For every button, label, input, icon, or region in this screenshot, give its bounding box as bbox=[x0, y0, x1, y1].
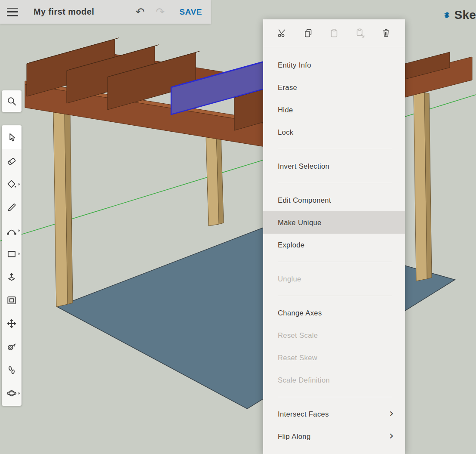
main-menu-button[interactable] bbox=[7, 8, 18, 16]
menu-item-label: Scale Definition bbox=[278, 376, 330, 384]
menu-item-unglue: Unglue bbox=[263, 268, 405, 290]
menu-separator bbox=[278, 397, 392, 397]
menu-item-label: Invert Selection bbox=[278, 162, 329, 170]
menu-item-erase[interactable]: Erase bbox=[263, 76, 405, 99]
green-axis-line bbox=[0, 160, 263, 241]
menu-item-reset-skew: Reset Skew bbox=[263, 346, 405, 369]
push-pull-tool-button[interactable] bbox=[2, 266, 21, 289]
eraser-icon bbox=[6, 155, 17, 167]
menu-item-label: Reset Skew bbox=[278, 354, 317, 362]
tape-measure-icon bbox=[6, 341, 17, 352]
sketchup-web-app: { "header": { "title": "My first model",… bbox=[0, 0, 476, 454]
brand-text: Ske bbox=[455, 8, 476, 22]
select-icon bbox=[6, 132, 17, 143]
line-tool-button[interactable] bbox=[2, 196, 21, 219]
menu-item-flip-along[interactable]: Flip Along › bbox=[263, 425, 405, 448]
move-icon bbox=[6, 318, 17, 329]
offset-icon bbox=[6, 295, 17, 306]
move-tool-button[interactable] bbox=[2, 312, 21, 335]
paste-icon bbox=[329, 28, 339, 38]
paste-button[interactable] bbox=[329, 28, 339, 38]
menu-item-hide[interactable]: Hide bbox=[263, 99, 405, 121]
rectangle-icon bbox=[6, 248, 17, 259]
menu-item-entity-info[interactable]: Entity Info bbox=[263, 54, 405, 76]
save-button[interactable]: SAVE bbox=[179, 7, 202, 17]
menu-item-label: Reset Scale bbox=[278, 331, 318, 340]
menu-item-label: Edit Component bbox=[278, 196, 331, 204]
top-bar: My first model ↶ ↷ SAVE bbox=[0, 0, 211, 24]
menu-item-scale-definition: Scale Definition bbox=[263, 369, 405, 391]
center-post[interactable] bbox=[206, 136, 224, 226]
menu-item-edit-component[interactable]: Edit Component bbox=[263, 189, 405, 211]
walk-icon bbox=[6, 364, 17, 376]
select-tool-button[interactable] bbox=[2, 126, 21, 149]
submenu-chevron-icon: › bbox=[389, 429, 394, 442]
menu-item-label: Explode bbox=[278, 241, 304, 249]
menu-separator bbox=[278, 296, 392, 296]
search-icon bbox=[6, 96, 17, 107]
paste-in-place-button[interactable] bbox=[355, 28, 365, 38]
menu-item-label: Lock bbox=[278, 128, 293, 136]
menu-item-label: Hide bbox=[278, 106, 293, 114]
undo-icon: ↶ bbox=[135, 6, 144, 18]
orbit-icon bbox=[6, 388, 17, 399]
offset-tool-button[interactable] bbox=[2, 289, 21, 312]
menu-separator bbox=[278, 149, 392, 149]
eraser-tool-button[interactable] bbox=[2, 149, 21, 173]
trash-icon bbox=[381, 28, 391, 38]
orbit-tool-button[interactable] bbox=[2, 382, 21, 405]
menu-item-intersect-faces[interactable]: Intersect Faces › bbox=[263, 403, 405, 425]
brand: Ske bbox=[443, 6, 476, 24]
hamburger-icon bbox=[7, 8, 18, 9]
menu-item-label: Erase bbox=[278, 83, 297, 92]
context-menu: Entity Info Erase Hide Lock Invert Selec… bbox=[263, 19, 405, 454]
menu-item-label: Change Axes bbox=[278, 309, 322, 317]
copy-button[interactable] bbox=[303, 28, 313, 38]
delete-button[interactable] bbox=[381, 28, 391, 38]
tool-panel bbox=[2, 125, 21, 406]
menu-item-explode[interactable]: Explode bbox=[263, 234, 405, 256]
walk-tool-button[interactable] bbox=[2, 358, 21, 382]
submenu-chevron-icon: › bbox=[389, 407, 394, 420]
shapes-tool-button[interactable] bbox=[2, 242, 21, 266]
paint-icon bbox=[6, 179, 17, 190]
push-pull-icon bbox=[6, 272, 17, 283]
menu-separator bbox=[278, 183, 392, 183]
redo-button[interactable]: ↷ bbox=[156, 6, 165, 17]
left-post[interactable] bbox=[53, 111, 73, 307]
menu-separator bbox=[278, 262, 392, 262]
context-menu-action-row bbox=[263, 19, 405, 47]
menu-item-label: Unglue bbox=[278, 275, 301, 283]
sketchup-logo-icon bbox=[443, 6, 451, 24]
menu-item-change-axes[interactable]: Change Axes bbox=[263, 302, 405, 324]
pencil-icon bbox=[6, 202, 17, 213]
cut-icon bbox=[277, 28, 287, 38]
context-menu-list: Entity Info Erase Hide Lock Invert Selec… bbox=[263, 47, 405, 448]
menu-item-label: Make Unique bbox=[278, 219, 322, 227]
menu-item-invert-selection[interactable]: Invert Selection bbox=[263, 155, 405, 177]
arc-tool-button[interactable] bbox=[2, 219, 21, 242]
arc-icon bbox=[6, 225, 17, 236]
redo-icon: ↷ bbox=[156, 6, 165, 18]
paint-tool-button[interactable] bbox=[2, 173, 21, 196]
right-post[interactable] bbox=[414, 93, 432, 281]
menu-item-label: Entity Info bbox=[278, 61, 311, 69]
copy-icon bbox=[303, 28, 313, 38]
menu-item-label: Intersect Faces bbox=[278, 410, 329, 418]
menu-item-lock[interactable]: Lock bbox=[263, 121, 405, 143]
menu-item-label: Flip Along bbox=[278, 432, 310, 441]
menu-item-make-unique[interactable]: Make Unique bbox=[263, 211, 405, 234]
menu-item-reset-scale: Reset Scale bbox=[263, 324, 405, 346]
search-tool-button[interactable] bbox=[2, 90, 21, 112]
paste-in-place-icon bbox=[355, 28, 365, 38]
tape-measure-tool-button[interactable] bbox=[2, 335, 21, 358]
undo-button[interactable]: ↶ bbox=[135, 6, 144, 17]
document-title: My first model bbox=[34, 7, 94, 17]
cut-button[interactable] bbox=[277, 28, 287, 38]
